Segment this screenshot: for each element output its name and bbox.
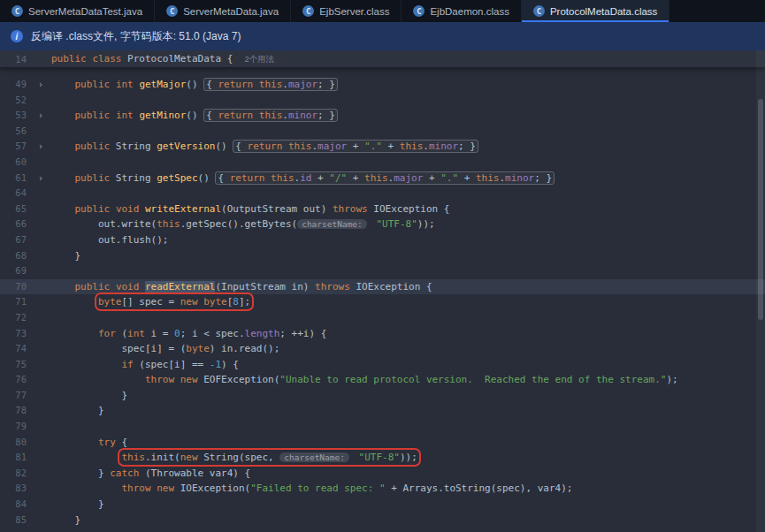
tab-ServerMetaDataTest-java[interactable]: CServerMetaDataTest.java	[0, 0, 155, 22]
code-token: spec[i] = (	[51, 343, 186, 354]
fold-arrow-empty	[27, 466, 51, 482]
info-icon: i	[11, 30, 23, 42]
class-icon: C	[533, 5, 545, 17]
code-token: .init(	[145, 452, 180, 463]
tab-EjbDaemon-class[interactable]: CEjbDaemon.class	[402, 0, 521, 22]
code-token: byte	[203, 296, 227, 308]
gutter: 49›	[0, 77, 51, 93]
tab-label: ServerMetaDataTest.java	[28, 6, 142, 17]
code-token: ));	[400, 452, 417, 463]
fold-arrow-icon[interactable]: ›	[27, 171, 51, 186]
fold-arrow-empty	[27, 310, 51, 326]
fold-arrow-icon[interactable]: ›	[27, 139, 51, 155]
fold-arrow-empty	[27, 279, 51, 295]
code-token: EOFException(	[198, 374, 280, 385]
fold-arrow-empty	[27, 217, 51, 232]
code-segment: }	[51, 390, 127, 401]
code-token: "."	[364, 141, 382, 152]
code-text: }	[51, 403, 765, 419]
fold-arrow-icon[interactable]: ›	[27, 108, 51, 124]
code-token: void	[116, 203, 140, 215]
code-token: getMinor	[139, 110, 186, 121]
fold-arrow-icon[interactable]: ›	[27, 77, 51, 93]
code-text: }	[51, 388, 765, 404]
scrollbar-thumb[interactable]	[758, 99, 763, 320]
code-token: getVersion	[157, 141, 215, 152]
code-token: writeExternal	[145, 203, 221, 215]
code-token: }	[51, 390, 127, 401]
code-text: throw new IOException("Failed to read sp…	[51, 481, 765, 497]
code-token: out.write(	[51, 218, 157, 230]
gutter: 14	[0, 50, 51, 67]
folded-region[interactable]: { return this.id + "/" + this.major + ".…	[215, 171, 555, 185]
tab-label: EjbDaemon.class	[430, 6, 509, 17]
code-token: ()	[215, 141, 233, 152]
gutter: 72	[0, 310, 51, 326]
line-number: 71	[0, 294, 27, 310]
code-token: ()	[198, 172, 216, 184]
tab-ServerMetaData-java[interactable]: CServerMetaData.java	[155, 0, 291, 22]
code-token: byte	[98, 296, 122, 308]
code-token: public	[75, 79, 111, 90]
code-token: this	[271, 172, 295, 184]
gutter: 70	[0, 279, 51, 295]
code-token: "Failed to read spec: "	[250, 483, 385, 494]
fold-arrow-empty	[27, 513, 51, 528]
code-token: public	[75, 172, 111, 184]
code-text: public int getMinor() { return this.mino…	[51, 108, 765, 124]
code-token: this	[259, 110, 283, 121]
gutter: 73	[0, 326, 51, 342]
code-token: (Throwable var4) {	[139, 467, 250, 479]
code-text: out.flush();	[51, 232, 765, 248]
code-token	[51, 110, 75, 121]
code-token: }	[51, 514, 80, 526]
code-token: }	[51, 467, 110, 479]
tab-ProtocolMetaData-class[interactable]: CProtocolMetaData.class	[522, 0, 669, 22]
tab-EjbServer-class[interactable]: CEjbServer.class	[291, 0, 402, 22]
folded-region[interactable]: { return this.major; }	[203, 78, 338, 91]
code-token	[51, 483, 121, 494]
code-token: String	[110, 141, 157, 152]
line-number: 85	[0, 513, 27, 528]
gutter: 52	[0, 93, 51, 109]
code-text: public void readExternal(InputStream in)…	[51, 279, 765, 295]
line-number: 72	[0, 310, 27, 326]
code-segment: public class ProtocolMetaData { 2个用法	[51, 53, 274, 65]
code-token	[51, 141, 75, 152]
line-number: 83	[0, 481, 27, 497]
code-text	[51, 124, 765, 140]
tab-label: ServerMetaData.java	[183, 6, 279, 17]
code-token: ; ++i) {	[279, 328, 326, 339]
code-segment: }	[51, 498, 104, 510]
fold-arrow-empty	[27, 497, 51, 513]
folded-region[interactable]: { return this.major + "." + this.minor; …	[233, 140, 478, 153]
gutter: 64	[0, 186, 51, 201]
code-token	[51, 374, 145, 385]
fold-arrow-empty	[27, 155, 51, 171]
code-token: for	[98, 328, 116, 339]
code-token: [] spec =	[121, 296, 180, 308]
vertical-scrollbar[interactable]	[756, 50, 765, 532]
folded-region[interactable]: { return this.minor; }	[203, 109, 338, 122]
code-token: minor	[288, 110, 317, 121]
code-token	[110, 281, 116, 293]
code-token: ];	[239, 296, 250, 308]
code-line-85: 85 }	[0, 513, 765, 528]
code-token	[51, 203, 75, 215]
code-line-71: 71 byte[] spec = new byte[8];	[0, 294, 765, 310]
code-line-79: 79	[0, 419, 765, 435]
fold-arrow-empty	[27, 435, 51, 451]
code-token: if	[121, 359, 133, 370]
code-token: readExternal	[145, 281, 215, 293]
code-editor[interactable]: 14public class ProtocolMetaData { 2个用法49…	[0, 50, 765, 532]
line-number: 53	[0, 108, 27, 124]
code-line-52: 52	[0, 93, 765, 109]
code-text	[51, 310, 765, 326]
code-segment: public void readExternal(InputStream in)…	[51, 281, 432, 293]
gutter: 77	[0, 388, 51, 404]
code-token: try	[98, 437, 116, 448]
code-token: }	[51, 250, 80, 262]
fold-arrow-empty	[27, 294, 51, 310]
code-segment: spec[i] = (byte) in.read();	[51, 343, 279, 354]
code-line-78: 78 }	[0, 403, 765, 419]
